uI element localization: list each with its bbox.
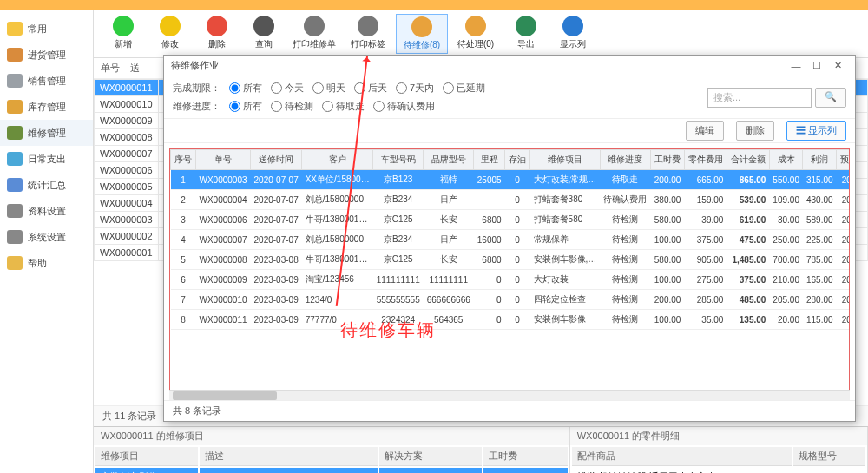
toolbar-button[interactable]: 修改 bbox=[148, 14, 193, 54]
grid-header[interactable]: 送修时间 bbox=[251, 150, 302, 170]
filter-radio[interactable]: 所有 bbox=[229, 82, 262, 95]
sidebar-item-label: 维修管理 bbox=[28, 127, 66, 140]
sidebar-item[interactable]: 帮助 bbox=[0, 250, 93, 276]
nav-icon bbox=[7, 22, 23, 36]
table-cell[interactable]: WX0000001 bbox=[95, 245, 159, 261]
grid-row[interactable]: 8WX00000112023-03-0977777/02324324564365… bbox=[171, 310, 851, 330]
toolbar-icon bbox=[113, 16, 134, 36]
filter-radio[interactable]: 今天 bbox=[271, 82, 304, 95]
filter-radio[interactable]: 所有 bbox=[229, 100, 262, 113]
table-cell[interactable]: WX0000006 bbox=[95, 162, 159, 179]
toolbar-button[interactable]: 打印标签 bbox=[342, 14, 394, 54]
grid-header[interactable]: 存油 bbox=[505, 150, 530, 170]
toolbar-button[interactable]: 新增 bbox=[101, 14, 146, 54]
sidebar-item[interactable]: 维修管理 bbox=[0, 120, 93, 146]
sidebar-item-label: 销售管理 bbox=[28, 75, 66, 88]
table-cell[interactable]: WX0000009 bbox=[95, 113, 159, 129]
grid-header[interactable]: 预计完成 bbox=[837, 150, 850, 170]
table-cell[interactable]: WX0000008 bbox=[95, 129, 159, 146]
h-scrollbar[interactable] bbox=[169, 390, 850, 400]
nav-icon bbox=[7, 152, 23, 166]
grid-row[interactable]: 3WX00000062020-07-07牛哥/1380001…京C125长安68… bbox=[171, 210, 851, 230]
edit-button[interactable]: 编辑 bbox=[686, 121, 724, 141]
table-cell[interactable]: WX0000011 bbox=[95, 80, 159, 96]
grid-header[interactable]: 单号 bbox=[196, 150, 251, 170]
toolbar-label: 导出 bbox=[517, 39, 535, 49]
filter-radio[interactable]: 待检测 bbox=[271, 100, 313, 113]
toolbar-button[interactable]: 查询 bbox=[241, 14, 286, 54]
grid-row[interactable]: 4WX00000072020-07-07刘总/15800000京B234日产16… bbox=[171, 230, 851, 250]
detail-cell[interactable] bbox=[793, 468, 865, 473]
filter-radio[interactable]: 明天 bbox=[312, 82, 345, 95]
grid-row[interactable]: 2WX00000042020-07-07刘总/15800000京B234日产0打… bbox=[171, 190, 851, 210]
nav-icon bbox=[7, 100, 23, 114]
close-icon[interactable]: ✕ bbox=[827, 60, 848, 71]
show-columns-button[interactable]: ☰ 显示列 bbox=[786, 121, 846, 141]
detail-cell[interactable]: 100.00 bbox=[483, 468, 568, 473]
sidebar-item-label: 资料设置 bbox=[28, 205, 66, 218]
table-cell[interactable]: WX0000005 bbox=[95, 179, 159, 195]
grid-header[interactable]: 客户 bbox=[302, 150, 373, 170]
toolbar-button[interactable]: 待维修(8) bbox=[396, 14, 448, 54]
sidebar-item[interactable]: 库存管理 bbox=[0, 94, 93, 120]
search-button[interactable]: 🔍 bbox=[815, 88, 846, 108]
detail-cell[interactable] bbox=[379, 468, 482, 473]
toolbar-icon bbox=[516, 16, 536, 36]
grid-row[interactable]: 6WX00000092023-03-09淘宝/12345611111111111… bbox=[171, 270, 851, 290]
toolbar-button[interactable]: 删除 bbox=[194, 14, 240, 54]
grid-header[interactable]: 维修进度 bbox=[600, 150, 650, 170]
nav-icon bbox=[7, 74, 23, 88]
delete-button[interactable]: 删除 bbox=[736, 121, 774, 141]
toolbar-label: 删除 bbox=[208, 39, 226, 49]
table-cell[interactable]: WX0000004 bbox=[95, 195, 159, 212]
toolbar-icon bbox=[411, 16, 432, 37]
grid-row[interactable]: 5WX00000082023-03-08牛哥/1380001…京C125长安68… bbox=[171, 250, 851, 270]
minimize-icon[interactable]: — bbox=[786, 61, 806, 71]
grid-header[interactable]: 利润 bbox=[803, 150, 837, 170]
toolbar-button[interactable]: 待处理(0) bbox=[450, 14, 502, 54]
filter-radio[interactable]: 7天内 bbox=[396, 82, 434, 95]
detail-cell[interactable]: 安装倒车影像 bbox=[95, 468, 198, 473]
toolbar-icon bbox=[253, 16, 274, 36]
sidebar-item[interactable]: 资料设置 bbox=[0, 198, 93, 224]
detail-col: 工时费 bbox=[483, 447, 568, 466]
sidebar-item[interactable]: 销售管理 bbox=[0, 68, 93, 94]
toolbar: 新增修改删除查询打印维修单打印标签待维修(8)待处理(0)导出显示列 bbox=[94, 10, 868, 58]
sidebar-item[interactable]: 系统设置 bbox=[0, 224, 93, 250]
sidebar-item[interactable]: 日常支出 bbox=[0, 146, 93, 172]
search-input[interactable]: 搜索... bbox=[707, 88, 812, 108]
filter-radio[interactable]: 后天 bbox=[354, 82, 387, 95]
detail-cell[interactable] bbox=[200, 468, 377, 473]
maximize-icon[interactable]: ☐ bbox=[806, 60, 827, 71]
grid-header[interactable]: 里程 bbox=[474, 150, 505, 170]
sidebar-item[interactable]: 常用 bbox=[0, 16, 93, 42]
col-header: 送 bbox=[130, 62, 140, 75]
grid-header[interactable]: 工时费 bbox=[650, 150, 684, 170]
grid-header[interactable]: 成本 bbox=[769, 150, 803, 170]
sidebar-item[interactable]: 进货管理 bbox=[0, 42, 93, 68]
pending-grid[interactable]: 序号单号送修时间客户车型号码品牌型号里程存油维修项目维修进度工时费零件费用合计金… bbox=[170, 149, 850, 330]
table-cell[interactable]: WX0000007 bbox=[95, 146, 159, 162]
table-cell[interactable]: WX0000010 bbox=[95, 96, 159, 113]
detail-cell[interactable]: 博世 机油滤清器 适用于大众宝来 bbox=[572, 468, 792, 473]
grid-header[interactable]: 合计金额 bbox=[727, 150, 769, 170]
grid-header[interactable]: 维修项目 bbox=[530, 150, 601, 170]
detail-right-header: WX0000011 的零件明细 bbox=[570, 427, 867, 445]
toolbar-button[interactable]: 打印维修单 bbox=[288, 14, 340, 54]
table-cell[interactable]: WX0000003 bbox=[95, 212, 159, 228]
filter-radio[interactable]: 已延期 bbox=[443, 82, 485, 95]
toolbar-button[interactable]: 显示列 bbox=[550, 14, 595, 54]
grid-header[interactable]: 品牌型号 bbox=[424, 150, 474, 170]
grid-row[interactable]: 7WX00000102023-03-091234/055555555566666… bbox=[171, 290, 851, 310]
grid-row[interactable]: 1WX00000032020-07-07XX单位/15800…京B123福特25… bbox=[171, 170, 851, 190]
grid-header[interactable]: 序号 bbox=[171, 150, 196, 170]
table-cell[interactable]: WX0000002 bbox=[95, 228, 159, 245]
filter-radio[interactable]: 待取走 bbox=[322, 100, 365, 113]
sidebar-item-label: 系统设置 bbox=[28, 231, 66, 244]
filter-radio[interactable]: 待确认费用 bbox=[373, 100, 435, 113]
toolbar-label: 修改 bbox=[161, 39, 179, 49]
grid-header[interactable]: 车型号码 bbox=[373, 150, 424, 170]
toolbar-button[interactable]: 导出 bbox=[503, 14, 549, 54]
grid-header[interactable]: 零件费用 bbox=[684, 150, 727, 170]
sidebar-item[interactable]: 统计汇总 bbox=[0, 172, 93, 198]
